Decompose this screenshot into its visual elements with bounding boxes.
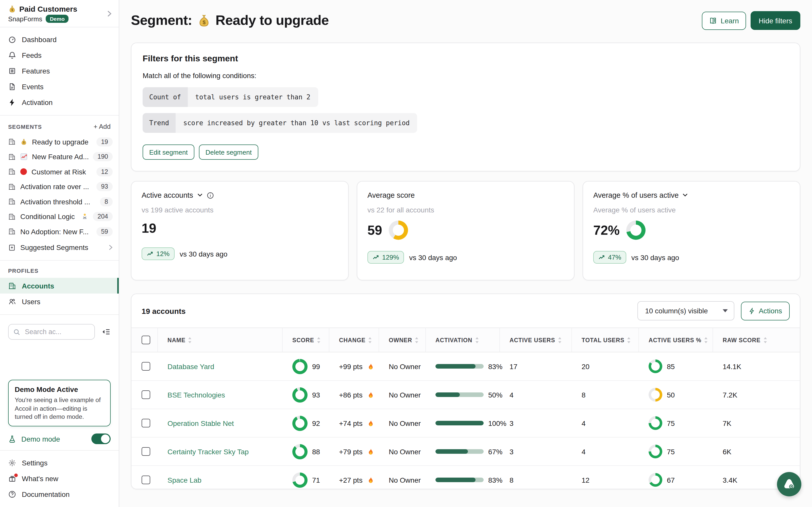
notification-dot: [14, 473, 18, 477]
table-row: Operation Stable Net 92 +74 pts No Owner…: [132, 409, 800, 438]
sidebar-item-feeds[interactable]: Feeds: [0, 47, 119, 63]
raw-score-value: 7.2K: [713, 391, 800, 399]
sidebar-item-dashboard[interactable]: Dashboard: [0, 32, 119, 47]
building-icon: [8, 183, 16, 191]
demo-notice-title: Demo Mode Active: [15, 386, 104, 394]
actions-button[interactable]: Actions: [741, 301, 790, 320]
workspace-switcher[interactable]: $ Paid Customers SnapForms Demo: [0, 0, 119, 27]
segment-item-customer-at-risk[interactable]: Customer at Risk 12: [0, 164, 119, 179]
page-title: Segment: $ Ready to upgrade: [131, 13, 329, 29]
sidebar-item-features[interactable]: Features: [0, 63, 119, 78]
gauge-icon: [8, 35, 16, 43]
workspace-name: Paid Customers: [19, 5, 77, 13]
compare-text: vs 30 days ago: [631, 253, 679, 261]
select-all-checkbox[interactable]: [142, 336, 150, 344]
info-icon[interactable]: [206, 191, 214, 199]
column-header-raw-score[interactable]: RAW SCORE: [713, 328, 800, 352]
segment-item-new-feature[interactable]: New Feature Ad... 190: [0, 149, 119, 164]
column-header-activation[interactable]: ACTIVATION: [426, 328, 500, 352]
search-box[interactable]: [8, 324, 95, 340]
sidebar-item-label: Documentation: [22, 490, 69, 498]
row-checkbox[interactable]: [142, 419, 150, 428]
account-link[interactable]: Database Yard: [167, 362, 214, 371]
segment-item-no-adoption[interactable]: No Adoption: New F... 59: [0, 224, 119, 239]
chart-increasing-icon: [20, 153, 28, 161]
sidebar-bottom: Demo Mode Active You're seeing a live ex…: [0, 380, 119, 507]
trend-up-icon: [147, 251, 153, 257]
chevron-right-icon: [107, 10, 112, 17]
row-checkbox[interactable]: [142, 475, 150, 484]
segment-item-activation-threshold[interactable]: Activation threshold ... 8: [0, 194, 119, 209]
collapse-sidebar-icon[interactable]: [102, 328, 111, 336]
hide-filters-button[interactable]: Hide filters: [751, 11, 800, 30]
owner-value: No Owner: [379, 419, 426, 427]
money-bag-icon: $: [8, 5, 16, 13]
accoil-logo-icon: [781, 476, 797, 492]
account-link[interactable]: BSE Technologies: [167, 391, 225, 399]
sidebar-item-accounts[interactable]: Accounts: [0, 278, 119, 293]
active-users-value: 4: [500, 391, 572, 399]
sort-icon: [317, 337, 321, 343]
segment-label: Activation threshold ...: [20, 198, 95, 206]
sort-icon: [627, 337, 631, 343]
account-link[interactable]: Space Lab: [167, 476, 201, 484]
activation-bar: [436, 421, 484, 426]
building-icon: [8, 198, 16, 206]
sidebar-item-users[interactable]: Users: [0, 293, 119, 309]
sort-icon: [763, 337, 767, 343]
fire-icon: [367, 362, 375, 370]
add-segment-button[interactable]: + Add: [94, 123, 111, 130]
row-checkbox[interactable]: [142, 362, 150, 371]
sidebar-item-events[interactable]: Events: [0, 78, 119, 94]
column-header-change[interactable]: CHANGE: [329, 328, 379, 352]
sidebar-item-whats-new[interactable]: What's new: [0, 470, 119, 486]
gift-icon: [8, 474, 16, 483]
stat-subtitle: Average % of users active: [593, 206, 790, 214]
change-value: +99 pts: [339, 362, 363, 371]
account-link[interactable]: Certainty Tracker Sky Tap: [167, 447, 249, 456]
sidebar-item-label: Users: [22, 297, 40, 305]
columns-visible-dropdown[interactable]: 10 column(s) visible: [638, 301, 734, 321]
segment-item-ready-to-upgrade[interactable]: $ Ready to upgrade 19: [0, 134, 119, 149]
workspace-org: SnapForms: [8, 15, 42, 22]
chevron-down-icon[interactable]: [197, 193, 203, 197]
active-pct-value: 75: [667, 419, 675, 427]
account-link[interactable]: Operation Stable Net: [167, 419, 234, 427]
column-header-owner[interactable]: OWNER: [379, 328, 426, 352]
book-icon: [709, 16, 717, 24]
segment-item-activation-rate[interactable]: Activation rate over ... 93: [0, 179, 119, 194]
demo-mode-toggle[interactable]: [91, 434, 111, 444]
segment-item-conditional-logic[interactable]: Conditional Logic 204: [0, 209, 119, 224]
trend-chip: 129%: [367, 251, 404, 264]
question-circle-icon: [8, 490, 16, 498]
column-header-active-users-pct[interactable]: ACTIVE USERS %: [639, 328, 713, 352]
row-checkbox[interactable]: [142, 447, 150, 456]
trend-delta: 129%: [382, 253, 399, 261]
active-users-value: 3: [500, 447, 572, 456]
delete-segment-button[interactable]: Delete segment: [199, 145, 258, 160]
column-header-name[interactable]: NAME: [158, 328, 283, 352]
column-header-total-users[interactable]: TOTAL USERS: [572, 328, 639, 352]
sidebar-item-documentation[interactable]: Documentation: [0, 486, 119, 502]
sidebar-item-settings[interactable]: Settings: [0, 455, 119, 470]
column-header-active-users[interactable]: ACTIVE USERS: [500, 328, 572, 352]
sidebar-item-activation[interactable]: Activation: [0, 94, 119, 110]
chevron-down-icon[interactable]: [682, 193, 688, 197]
suggested-segments[interactable]: Suggested Segments: [0, 240, 119, 255]
stat-card-average-score: Average score vs 22 for all accounts 59 …: [357, 181, 574, 280]
column-header-score[interactable]: SCORE: [283, 328, 329, 352]
stat-subtitle: vs 199 active accounts: [142, 206, 338, 214]
money-bag-icon: $: [197, 13, 211, 27]
score-donut: [292, 472, 308, 488]
edit-segment-button[interactable]: Edit segment: [143, 145, 194, 160]
search-input[interactable]: [24, 328, 71, 336]
learn-button[interactable]: Learn: [702, 11, 746, 30]
change-value: +74 pts: [339, 419, 363, 427]
activation-bar: [436, 364, 484, 369]
row-checkbox[interactable]: [142, 390, 150, 399]
accounts-count: 19 accounts: [142, 306, 186, 315]
help-fab-button[interactable]: [777, 472, 801, 496]
segment-label: New Feature Ad...: [32, 153, 88, 161]
suggested-segments-label: Suggested Segments: [20, 244, 104, 252]
flask-icon: [8, 435, 16, 443]
